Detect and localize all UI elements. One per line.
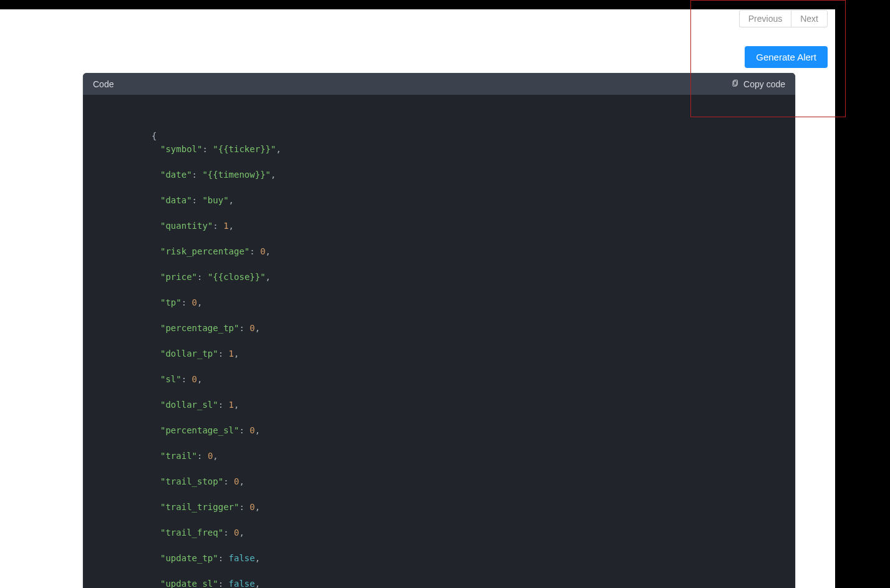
code-panel-header: Code Copy code <box>83 73 795 95</box>
copy-code-label: Copy code <box>743 79 785 89</box>
svg-rect-0 <box>734 80 738 85</box>
pager: Previous Next <box>739 10 828 27</box>
code-panel: Code Copy code { "symbol": "{{ticker}}",… <box>83 73 795 588</box>
generate-alert-button[interactable]: Generate Alert <box>745 46 828 68</box>
code-panel-title: Code <box>93 79 114 89</box>
clipboard-icon <box>731 79 740 89</box>
svg-rect-1 <box>733 81 737 86</box>
next-button[interactable]: Next <box>791 10 828 27</box>
top-right-controls: Previous Next Generate Alert <box>739 10 828 68</box>
previous-button[interactable]: Previous <box>739 10 791 27</box>
right-black-strip <box>835 0 890 588</box>
copy-code-button[interactable]: Copy code <box>731 79 785 89</box>
code-body[interactable]: { "symbol": "{{ticker}}", "date": "{{tim… <box>83 95 795 588</box>
